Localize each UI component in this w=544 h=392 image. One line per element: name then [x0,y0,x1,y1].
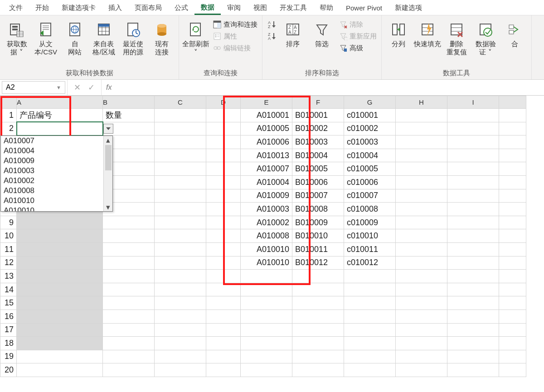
cell-H5[interactable] [396,162,447,176]
enter-icon[interactable]: ✓ [88,82,95,92]
cell-F8[interactable]: B010008 [292,203,344,216]
cell-I8[interactable] [447,203,499,216]
row-header-17[interactable]: 17 [0,323,17,337]
tab-数据[interactable]: 数据 [194,0,221,15]
dropdown-item[interactable]: A010010 [1,196,103,206]
cell-H15[interactable] [396,296,447,310]
cell-G14[interactable] [344,283,396,296]
cell-E13[interactable] [241,270,292,283]
cell-G3[interactable]: c010003 [344,136,396,149]
cell-I6[interactable] [447,175,499,189]
cell-B9[interactable] [103,216,155,229]
sort-button[interactable]: ZAAZ排序 [279,17,307,48]
cell-G15[interactable] [344,296,396,310]
cell-C18[interactable] [155,337,206,350]
from-text-button[interactable]: 从文本/CSV [32,17,60,56]
recent-button[interactable]: 最近使用的源 [119,17,147,56]
cell-I4[interactable] [447,149,499,162]
cell-B1[interactable]: 数量 [103,109,155,122]
cell-F19[interactable] [292,350,344,363]
cell-C4[interactable] [155,149,206,162]
cell-D20[interactable] [206,363,241,377]
cell-G19[interactable] [344,350,396,363]
cell-B18[interactable] [103,337,155,350]
queries-button[interactable]: 查询和连接 [211,19,259,30]
formula-input[interactable] [116,80,544,95]
dropdown-item[interactable]: A010010 [1,206,103,211]
dropdown-item[interactable]: A010002 [1,176,103,186]
cell-G6[interactable]: c010006 [344,175,396,189]
cell-H10[interactable] [396,229,447,243]
cell-H6[interactable] [396,175,447,189]
scroll-thumb[interactable] [105,145,112,170]
advanced-button[interactable]: 高级 [337,43,379,53]
cell-X14[interactable] [499,283,526,296]
cell-I20[interactable] [447,363,499,377]
cell-H17[interactable] [396,323,447,337]
cell-E9[interactable]: A010002 [241,216,292,229]
cell-I5[interactable] [447,162,499,176]
cell-F14[interactable] [292,283,344,296]
cell-H4[interactable] [396,149,447,162]
col-header-C[interactable]: C [155,96,206,109]
cell-D5[interactable] [206,162,241,176]
cell-X1[interactable] [499,109,526,122]
cell-A11[interactable] [17,242,103,256]
scroll-up-icon[interactable]: ▴ [104,136,112,144]
cell-B11[interactable] [103,242,155,256]
cell-A20[interactable] [17,363,103,377]
cell-E10[interactable]: A010008 [241,229,292,243]
cell-H14[interactable] [396,283,447,296]
cell-D18[interactable] [206,337,241,350]
cell-D6[interactable] [206,175,241,189]
tab-文件[interactable]: 文件 [3,1,29,14]
cell-A18[interactable] [17,337,103,350]
cell-C8[interactable] [155,203,206,216]
cell-X18[interactable] [499,337,526,350]
cell-C9[interactable] [155,216,206,229]
cell-D19[interactable] [206,350,241,363]
tab-帮助[interactable]: 帮助 [313,1,340,14]
row-header-20[interactable]: 20 [0,363,17,377]
cell-G1[interactable]: c010001 [344,109,396,122]
cell-D3[interactable] [206,136,241,149]
tab-公式[interactable]: 公式 [168,1,194,14]
cell-E6[interactable]: A010004 [241,175,292,189]
data-validation-dropdown-list[interactable]: A010007A010004A010009A010003A010002A0100… [0,136,113,212]
scroll-down-icon[interactable]: ▾ [104,203,112,211]
col-header-B[interactable]: B [103,96,155,109]
cell-D16[interactable] [206,310,241,323]
cell-F13[interactable] [292,270,344,283]
tab-插入[interactable]: 插入 [102,1,128,14]
cell-C16[interactable] [155,310,206,323]
cell-G11[interactable]: c010011 [344,242,396,256]
cell-D17[interactable] [206,323,241,337]
cell-X8[interactable] [499,203,526,216]
cell-D9[interactable] [206,216,241,229]
tab-页面布局[interactable]: 页面布局 [128,1,168,14]
cell-E3[interactable]: A010006 [241,136,292,149]
cell-X17[interactable] [499,323,526,337]
cell-I12[interactable] [447,256,499,270]
cell-I1[interactable] [447,109,499,122]
cell-H19[interactable] [396,350,447,363]
row-header-1[interactable]: 1 [0,109,17,122]
col-header-F[interactable]: F [292,96,344,109]
cell-A10[interactable] [17,229,103,243]
cell-F1[interactable]: B010001 [292,109,344,122]
tab-开发工具[interactable]: 开发工具 [273,1,313,14]
cell-I18[interactable] [447,337,499,350]
cell-D7[interactable] [206,189,241,203]
cell-E16[interactable] [241,310,292,323]
row-header-12[interactable]: 12 [0,256,17,270]
cell-D1[interactable] [206,109,241,122]
cell-X15[interactable] [499,296,526,310]
cell-I10[interactable] [447,229,499,243]
cell-F10[interactable]: B010010 [292,229,344,243]
col-header-D[interactable]: D [206,96,241,109]
flash-fill-button[interactable]: 快速填充 [413,17,442,48]
cell-F15[interactable] [292,296,344,310]
cell-E12[interactable]: A010010 [241,256,292,270]
remove-dup-button[interactable]: 删除重复值 [442,17,471,56]
col-header-A[interactable]: A [17,96,103,109]
